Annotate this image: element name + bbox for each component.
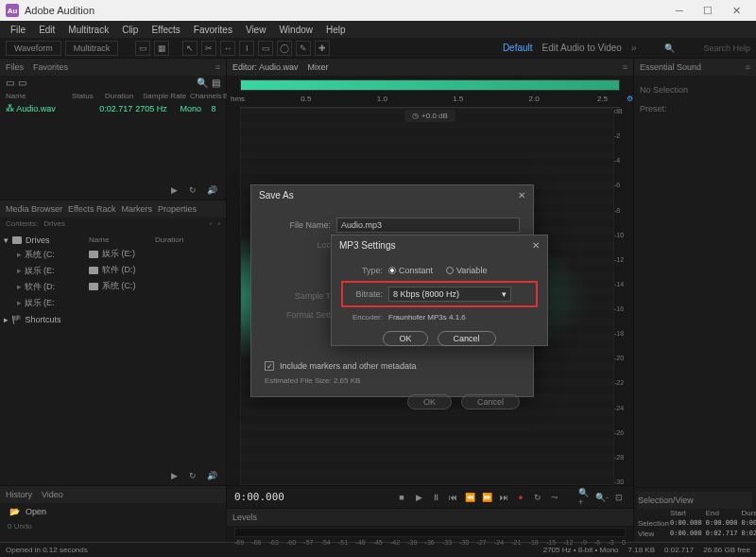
tool-1[interactable]: ▭	[135, 41, 150, 56]
tab-video[interactable]: Video	[42, 490, 63, 499]
workspace-more[interactable]: »	[631, 43, 637, 53]
col-name[interactable]: Name	[89, 235, 155, 244]
drives-header[interactable]: ▾ Drives	[4, 234, 81, 247]
col-channels[interactable]: Channels	[190, 92, 223, 100]
list-item[interactable]: 系统 (C:)	[89, 278, 222, 294]
contents-value[interactable]: Drives	[43, 219, 65, 228]
tab-favorites[interactable]: Favorites	[33, 62, 68, 72]
history-entry[interactable]: 📂 Open	[0, 503, 226, 520]
tool-lasso[interactable]: ◯	[277, 41, 292, 56]
menu-edit[interactable]: Edit	[32, 23, 61, 37]
volume-button[interactable]: 🔊	[205, 470, 218, 481]
ok-button[interactable]: OK	[407, 394, 452, 409]
files-new-button[interactable]: ▭	[6, 78, 14, 88]
tool-slip[interactable]: ↔	[220, 41, 235, 56]
close-button[interactable]: ✕	[722, 0, 750, 21]
workspace-edit-av[interactable]: Edit Audio to Video	[542, 43, 622, 53]
prev-button[interactable]: ⏮	[446, 492, 459, 503]
tool-brush[interactable]: ✎	[296, 41, 311, 56]
settings-icon[interactable]: ⚙	[627, 95, 633, 103]
col-duration[interactable]: Duration	[155, 235, 183, 244]
view-end[interactable]: 0:02.717	[706, 530, 738, 538]
tab-media-browser[interactable]: Media Browser	[6, 204, 62, 214]
menu-favorites[interactable]: Favorites	[187, 23, 239, 37]
panel-menu-icon[interactable]: ≡	[623, 62, 627, 72]
files-open-button[interactable]: ▭	[18, 78, 26, 88]
radio-variable[interactable]: Variable	[446, 266, 487, 275]
menu-clip[interactable]: Clip	[115, 23, 145, 37]
tab-selection-view[interactable]: Selection/View	[638, 496, 694, 505]
volume-button[interactable]: 🔊	[205, 184, 218, 196]
zoom-in-button[interactable]: 🔍+	[578, 492, 592, 503]
radio-constant[interactable]: Constant	[388, 266, 433, 275]
close-icon[interactable]: ✕	[532, 240, 540, 251]
view-dur[interactable]: 0:02.717	[741, 530, 756, 538]
media-back-button[interactable]: ‹	[210, 219, 213, 228]
tool-move[interactable]: ↖	[182, 41, 198, 56]
minimize-button[interactable]: ─	[665, 0, 694, 21]
tool-heal[interactable]: ✚	[315, 41, 330, 56]
workspace-default[interactable]: Default	[503, 43, 533, 53]
tab-history[interactable]: History	[6, 490, 32, 499]
include-markers-checkbox[interactable]: ✓	[265, 361, 274, 371]
tab-waveform[interactable]: Waveform	[6, 41, 61, 56]
ok-button[interactable]: OK	[383, 331, 427, 346]
search-help-input[interactable]: Search Help	[703, 44, 750, 53]
tab-mixer[interactable]: Mixer	[308, 62, 329, 72]
loop-button[interactable]: ↻	[186, 184, 199, 196]
menu-window[interactable]: Window	[272, 23, 319, 37]
close-icon[interactable]: ✕	[518, 190, 525, 200]
list-item[interactable]: 软件 (D:)	[89, 262, 222, 278]
col-duration[interactable]: Duration	[105, 92, 143, 100]
file-row[interactable]: ⁂ Audio.wav 0:02.717 2705 Hz Mono 8	[0, 102, 226, 115]
tab-essential-sound[interactable]: Essential Sound	[640, 62, 701, 72]
tool-razor[interactable]: ✂	[201, 41, 216, 56]
search-icon[interactable]: 🔍	[664, 44, 675, 53]
list-item[interactable]: 娱乐 (E:)	[89, 246, 222, 262]
menu-help[interactable]: Help	[319, 23, 352, 37]
files-filter-button[interactable]: ▤	[212, 78, 220, 88]
skip-button[interactable]: ⤳	[548, 492, 561, 503]
timeline[interactable]: hms 0.5 1.0 1.5 2.0 2.5 ⚙	[240, 95, 620, 108]
maximize-button[interactable]: ☐	[694, 0, 722, 21]
files-search-button[interactable]: 🔍	[197, 78, 208, 88]
panel-menu-icon[interactable]: ≡	[746, 62, 750, 72]
timecode[interactable]: 0:00.000	[234, 491, 284, 503]
loop-button[interactable]: ↻	[186, 470, 199, 481]
play-button[interactable]: ▶	[412, 492, 425, 503]
tool-2[interactable]: ▦	[154, 41, 169, 56]
zoom-out-button[interactable]: 🔍-	[595, 492, 609, 503]
tab-editor[interactable]: Editor: Audio.wav	[232, 62, 299, 72]
drive-item[interactable]: 娱乐 (E:	[4, 295, 81, 311]
filename-input[interactable]	[336, 218, 520, 233]
tab-files[interactable]: Files	[6, 62, 24, 72]
menu-multitrack[interactable]: Multitrack	[61, 23, 115, 37]
tab-properties[interactable]: Properties	[158, 204, 197, 214]
play-button[interactable]: ▶	[167, 470, 180, 481]
play-button[interactable]: ▶	[167, 184, 180, 196]
tab-markers[interactable]: Markers	[121, 204, 152, 214]
shortcuts-header[interactable]: ▸ 🏴 Shortcuts	[4, 313, 81, 326]
volume-indicator[interactable]: ◷ +0.0 dB	[404, 110, 455, 122]
menu-file[interactable]: File	[4, 23, 32, 37]
rewind-button[interactable]: ⏪	[463, 492, 476, 503]
col-name[interactable]: Name	[6, 92, 72, 100]
cancel-button[interactable]: Cancel	[461, 394, 520, 409]
pause-button[interactable]: ⏸	[429, 492, 442, 503]
drive-item[interactable]: 系统 (C:	[4, 247, 81, 263]
cancel-button[interactable]: Cancel	[438, 331, 496, 346]
menu-effects[interactable]: Effects	[145, 23, 186, 37]
ffwd-button[interactable]: ⏩	[480, 492, 493, 503]
col-status[interactable]: Status	[72, 92, 105, 100]
loop-button[interactable]: ↻	[531, 492, 544, 503]
selection-dur[interactable]: 0:00.000	[741, 519, 756, 528]
tool-marquee[interactable]: ▭	[258, 41, 273, 56]
stop-button[interactable]: ■	[395, 492, 408, 503]
bitrate-dropdown[interactable]: 8 Kbps (8000 Hz) ▾	[388, 287, 511, 302]
col-samplerate[interactable]: Sample Rate	[143, 92, 190, 100]
drive-item[interactable]: 娱乐 (E:	[4, 263, 81, 279]
zoom-fit-button[interactable]: ⊡	[612, 492, 626, 503]
tab-multitrack[interactable]: Multitrack	[65, 41, 119, 56]
tool-time[interactable]: I	[239, 41, 254, 56]
panel-menu-icon[interactable]: ≡	[215, 62, 220, 72]
